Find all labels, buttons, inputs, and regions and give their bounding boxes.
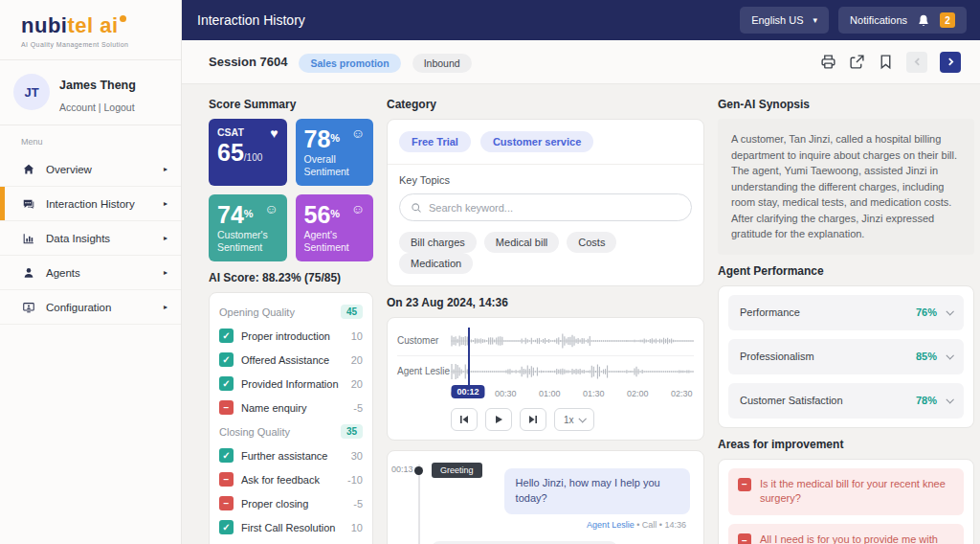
category-heading: Category: [387, 98, 704, 111]
ai-item-provided-information: ✓Provided Information20: [219, 376, 363, 391]
checkbox-checked-icon[interactable]: ✓: [219, 352, 234, 367]
chat-bubble: Hello Jinzi, how may I help you today?: [504, 468, 690, 514]
heart-icon: ♥: [270, 126, 278, 140]
transcript-messages: Hello Jinzi, how may I help you today?Ag…: [432, 468, 690, 544]
track-label: Customer: [397, 335, 451, 347]
bookmark-button[interactable]: [878, 54, 894, 70]
synopsis-text: A customer, Tan Jinzi, called a hospital…: [718, 119, 974, 255]
sidebar-item-data-insights[interactable]: Data Insights▸: [0, 221, 181, 256]
chevron-right-icon: ▸: [164, 303, 167, 311]
account-logout-links[interactable]: Account | Logout: [59, 102, 136, 113]
checkbox-minus-icon[interactable]: −: [219, 496, 234, 510]
keyword-chip-medication: Medication: [399, 253, 473, 274]
user-name: James Theng: [59, 79, 136, 92]
sidebar: nubitel ai AI Quality Management Solutio…: [0, 0, 182, 544]
skip-back-button[interactable]: [451, 408, 478, 431]
sidebar-item-configuration[interactable]: Configuration▸: [0, 290, 181, 325]
checkbox-minus-icon[interactable]: −: [219, 400, 234, 415]
category-chips: Free TrialCustomer service: [388, 120, 703, 165]
ai-item-offered-assistance: ✓Offered Assistance20: [219, 352, 363, 367]
performance-value: 85%: [916, 351, 937, 362]
category-card: Free TrialCustomer service Key Topics Bi…: [387, 119, 704, 286]
share-button[interactable]: [849, 54, 865, 70]
score-tiles: CSAT♥65/10078%☺OverallSentiment74%☺Custo…: [209, 119, 373, 261]
improvements-card: −Is it the medical bill for your recent …: [718, 459, 974, 544]
waveform-agent[interactable]: [451, 358, 694, 385]
session-tags: Sales promotionInbound: [287, 54, 471, 71]
chevron-down-icon: [946, 307, 953, 315]
checkbox-checked-icon[interactable]: ✓: [219, 520, 234, 534]
performance-row-professionalism[interactable]: Professionalism85%: [728, 339, 964, 374]
next-session-button[interactable]: [940, 52, 961, 73]
ai-group-score-badge: 35: [341, 424, 363, 439]
playback-controls: 1x: [451, 408, 694, 431]
ai-item-value: 10: [351, 522, 363, 533]
sidebar-item-label: Overview: [46, 164, 92, 175]
playhead[interactable]: [468, 328, 470, 391]
sidebar-item-label: Agents: [46, 267, 80, 279]
keyword-chip-bill-charges: Bill charges: [399, 232, 477, 253]
category-chip-customer-service: Customer service: [480, 131, 593, 152]
recording-heading: On 23 Aug 2024, 14:36: [387, 296, 704, 309]
notifications-button[interactable]: Notifications 2: [838, 7, 967, 34]
transcript-timeline-rail: [418, 465, 420, 544]
search-input[interactable]: [429, 202, 680, 214]
checkbox-checked-icon[interactable]: ✓: [219, 329, 234, 343]
smiley-icon: ☺: [351, 126, 365, 140]
chat-icon: [21, 196, 36, 212]
ai-item-proper-closing: −Proper closing-5: [219, 496, 363, 510]
ai-item-value: 20: [351, 378, 363, 390]
smiley-icon: ☺: [264, 202, 278, 215]
transcript-marker: 00:13 Greeting: [388, 463, 690, 468]
playback-speed-selector[interactable]: 1x: [554, 408, 594, 431]
keyword-chips: Bill chargesMedical billCostsMedication: [399, 232, 692, 274]
waveform-customer[interactable]: [451, 328, 694, 354]
session-tag-inbound: Inbound: [412, 54, 472, 73]
checkbox-minus-icon[interactable]: −: [219, 472, 234, 487]
chart-icon: [21, 231, 36, 246]
agent-performance-heading: Agent Performance: [718, 264, 974, 278]
chevron-down-icon: ▾: [813, 15, 818, 25]
ai-item-proper-introduction: ✓Proper introduction10: [219, 329, 363, 343]
sidebar-item-overview[interactable]: Overview▸: [0, 152, 181, 187]
sidebar-item-interaction-history[interactable]: Interaction History▸: [0, 187, 181, 221]
timeline-axis: 00:0000:3001:0001:3002:0002:30: [451, 387, 694, 401]
sidebar-item-agents[interactable]: Agents▸: [0, 256, 181, 290]
timeline-label: 01:00: [539, 389, 561, 398]
search-icon: [411, 202, 422, 214]
marker-time: 00:13: [391, 465, 413, 474]
topbar: Interaction History English US ▾ Notific…: [182, 0, 980, 40]
performance-row-customer-satisfaction[interactable]: Customer Satisfaction78%: [728, 383, 964, 419]
menu-section-label: Menu: [0, 125, 181, 152]
keyword-chip-costs: Costs: [567, 232, 616, 253]
checkbox-checked-icon[interactable]: ✓: [219, 448, 234, 463]
page-title: Interaction History: [197, 12, 305, 28]
keyword-search[interactable]: [399, 193, 692, 221]
score-tile-customer-s-sentiment: 74%☺Customer'sSentiment: [209, 194, 287, 261]
category-chip-free-trial: Free Trial: [399, 131, 471, 152]
avatar: JT: [13, 74, 50, 110]
person-icon: [21, 265, 36, 281]
score-tile-overall-sentiment: 78%☺OverallSentiment: [296, 119, 374, 186]
ai-group-closing-quality: Closing Quality35: [219, 424, 363, 439]
ai-item-first-call-resolution: ✓First Call Resolution10: [219, 520, 363, 534]
performance-value: 78%: [916, 395, 937, 406]
logo-text-navy: nubi: [21, 13, 67, 37]
minus-icon: −: [738, 533, 751, 544]
waveform-track-agent: Agent Leslie: [397, 356, 694, 387]
checkbox-checked-icon[interactable]: ✓: [219, 376, 234, 391]
language-selector[interactable]: English US ▾: [740, 7, 829, 34]
message-meta: Agent Leslie • Call • 14:36: [435, 520, 686, 530]
marker-dot-icon: [414, 466, 423, 475]
skip-forward-button[interactable]: [520, 408, 546, 431]
previous-session-button[interactable]: [906, 52, 927, 73]
notification-count-badge: 2: [940, 12, 955, 28]
play-button[interactable]: [485, 408, 512, 431]
session-tag-sales-promotion: Sales promotion: [299, 54, 400, 73]
ai-group-opening-quality: Opening Quality45: [219, 305, 363, 319]
performance-row-performance[interactable]: Performance76%: [728, 295, 964, 330]
ai-item-value: 20: [351, 354, 363, 366]
print-button[interactable]: [820, 54, 836, 70]
ai-item-name-enquiry: −Name enquiry-5: [219, 400, 363, 415]
sidebar-item-label: Configuration: [46, 302, 111, 313]
